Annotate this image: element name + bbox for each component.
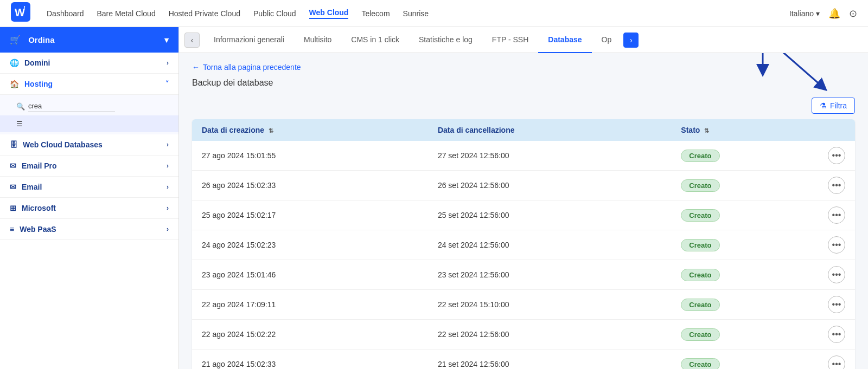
cell-created: 24 ago 2024 15:02:23 [192,230,428,260]
table-row: 24 ago 2024 15:02:23 24 set 2024 12:56:0… [192,230,855,260]
nav-sunrise[interactable]: Sunrise [403,9,429,18]
cell-created: 22 ago 2024 17:09:11 [192,290,428,320]
sidebar-webcloud-db-label: Web Cloud Databases [23,140,103,149]
nav-bare-metal[interactable]: Bare Metal Cloud [97,9,156,18]
status-badge: Creato [681,299,719,311]
chevron-down-expanded-icon: ˅ [165,80,169,88]
email-pro-icon: ✉ [10,161,16,170]
tab-scroll-right-btn[interactable]: › [623,33,639,48]
filter-row: ⚗ Filtra [192,98,855,114]
nav-web-cloud[interactable]: Web Cloud [309,8,349,19]
table-row: 23 ago 2024 15:01:46 23 set 2024 12:56:0… [192,260,855,290]
sidebar-item-microsoft[interactable]: ⊞ Microsoft › [0,198,178,219]
tab-informazioni[interactable]: Informazioni generali [204,27,294,53]
cell-created: 27 ago 2024 15:01:55 [192,141,428,171]
nav-public-cloud[interactable]: Public Cloud [253,9,296,18]
tab-cms[interactable]: CMS in 1 click [341,27,409,53]
user-icon[interactable]: ⊙ [849,8,857,20]
language-selector[interactable]: Italiano ▾ [789,9,820,18]
nav-dashboard[interactable]: Dashboard [47,9,84,18]
app-logo[interactable]: W / [11,2,30,25]
sidebar-hosting-sub: 🔍 ☰ [0,95,178,134]
tab-statistiche[interactable]: Statistiche e log [409,27,482,53]
status-badge: Creato [681,358,719,370]
page-title: Backup dei database [192,78,855,88]
chevron-right-wp-icon: › [167,225,169,233]
col-cancelled: Data di cancellazione [428,119,671,141]
main-layout: 🛒 Ordina ▾ 🌐 Domini › 🏠 Hosting ˅ 🔍 ☰ [0,27,868,369]
col-status[interactable]: Stato ⇅ [671,119,818,141]
row-action-btn[interactable]: ••• [828,326,845,343]
notifications-icon[interactable]: 🔔 [828,8,840,20]
table-row: 27 ago 2024 15:01:55 27 set 2024 12:56:0… [192,141,855,171]
cell-cancelled: 21 set 2024 12:56:00 [428,349,671,370]
row-action-btn[interactable]: ••• [828,266,845,283]
db-icon: ☰ [16,120,23,128]
sidebar-email-pro-label: Email Pro [22,161,57,170]
cart-icon: 🛒 [10,35,21,44]
sidebar-item-webcloud-db[interactable]: 🗄 Web Cloud Databases › [0,134,178,156]
row-action-btn[interactable]: ••• [828,177,845,194]
col-created[interactable]: Data di creazione ⇅ [192,119,428,141]
sidebar-item-email-pro[interactable]: ✉ Email Pro › [0,156,178,177]
cell-cancelled: 24 set 2024 12:56:00 [428,230,671,260]
cell-created: 26 ago 2024 15:02:33 [192,171,428,200]
order-button[interactable]: 🛒 Ordina ▾ [0,27,178,53]
hosting-icon: 🏠 [10,80,19,88]
status-badge: Creato [681,179,719,192]
sidebar-item-email[interactable]: ✉ Email › [0,177,178,198]
tab-scroll-left-btn[interactable]: ‹ [184,33,200,48]
webcloud-db-icon: 🗄 [10,140,17,149]
tab-op[interactable]: Op [592,27,622,53]
cell-status: Creato [671,141,818,171]
status-badge: Creato [681,150,719,162]
table-row: 25 ago 2024 15:02:17 25 set 2024 12:56:0… [192,200,855,230]
sort-created-icon: ⇅ [269,127,273,134]
cell-status: Creato [671,290,818,320]
sidebar-hosting-label: Hosting [24,80,53,88]
cell-action: ••• [818,200,855,230]
cell-action: ••• [818,349,855,370]
chevron-right-em-icon: › [167,183,169,191]
sort-status-icon: ⇅ [704,127,709,134]
sidebar-domini-label: Domini [24,59,50,67]
tab-ftp[interactable]: FTP - SSH [482,27,538,53]
tab-database[interactable]: Database [538,27,591,53]
cell-cancelled: 22 set 2024 15:10:00 [428,290,671,320]
row-action-btn[interactable]: ••• [828,236,845,254]
sidebar-item-hosting[interactable]: 🏠 Hosting ˅ [0,74,178,95]
row-action-btn[interactable]: ••• [828,147,845,164]
status-badge: Creato [681,239,719,251]
sidebar-item-webpaas[interactable]: ≡ Web PaaS › [0,219,178,240]
row-action-btn[interactable]: ••• [828,296,845,313]
nav-telecom[interactable]: Telecom [361,9,390,18]
tab-bar: ‹ Informazioni generali Multisito CMS in… [179,27,868,53]
cell-status: Creato [671,230,818,260]
back-link[interactable]: ← Torna alla pagina precedente [192,63,855,72]
cell-status: Creato [671,171,818,200]
status-badge: Creato [681,269,719,281]
filter-icon: ⚗ [820,101,827,110]
status-badge: Creato [681,328,719,341]
back-arrow-icon: ← [192,63,200,72]
cell-cancelled: 27 set 2024 12:56:00 [428,141,671,171]
cell-cancelled: 25 set 2024 12:56:00 [428,200,671,230]
nav-hosted-private[interactable]: Hosted Private Cloud [169,9,240,18]
microsoft-icon: ⊞ [10,204,16,212]
language-label: Italiano [789,9,814,18]
sidebar-hosting-db-item[interactable]: ☰ [0,115,178,132]
sidebar-item-domini[interactable]: 🌐 Domini › [0,53,178,74]
order-label: Ordina [28,35,54,44]
filter-label: Filtra [830,101,847,110]
email-icon: ✉ [10,183,16,191]
row-action-btn[interactable]: ••• [828,206,845,224]
filter-button[interactable]: ⚗ Filtra [812,98,855,114]
cell-created: 23 ago 2024 15:01:46 [192,260,428,290]
chevron-right-ep-icon: › [167,162,169,170]
tab-multisito[interactable]: Multisito [294,27,341,53]
sidebar: 🛒 Ordina ▾ 🌐 Domini › 🏠 Hosting ˅ 🔍 ☰ [0,27,179,369]
row-action-btn[interactable]: ••• [828,355,845,369]
cell-status: Creato [671,200,818,230]
hosting-search-input[interactable] [28,100,115,112]
cell-created: 25 ago 2024 15:02:17 [192,200,428,230]
